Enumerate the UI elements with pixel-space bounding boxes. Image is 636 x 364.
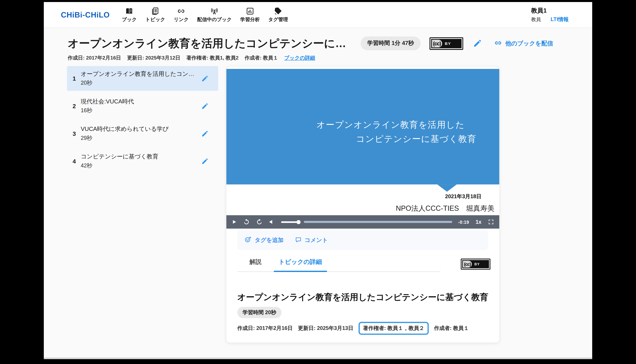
topic-heading: オープンオンライン教育を活用したコンピテンシーに基づく教育 bbox=[237, 290, 488, 303]
volume-slider[interactable] bbox=[281, 221, 300, 223]
cc-icon: (cc) bbox=[432, 40, 442, 47]
add-tag-button[interactable]: タグを追加 bbox=[244, 236, 283, 245]
topic-list: 1 オープンオンライン教育を活用したコン… 20秒 2 現代社会:VUCA時代 … bbox=[67, 66, 218, 176]
topic-list-item-4[interactable]: 4 コンピテンシーに基づく教育 42秒 bbox=[67, 149, 218, 174]
distribute-other-book-link[interactable]: 他のブックを配信 bbox=[494, 39, 553, 48]
topic-number: 4 bbox=[73, 158, 76, 164]
topic-tabbar: 解説 トピックの詳細 bbox=[237, 258, 488, 272]
slide-credit: NPO法人CCC-TIES 堀真寿美 bbox=[396, 204, 494, 213]
book-created: 作成日: 2017年2月16日 bbox=[68, 55, 121, 62]
slide-frame: オープンオンライン教育を活用した コンピテンシーに基づく教育 bbox=[226, 69, 499, 184]
nav-label-published-books: 配信中のブック bbox=[197, 16, 232, 23]
nav-label-analytics: 学習分析 bbox=[240, 16, 260, 23]
broadcast-icon bbox=[210, 7, 219, 15]
stage: CHiBi-CHiLO ブック トピック リンク 配信中のブック 学習分析 bbox=[0, 0, 636, 364]
topic-list-item-2[interactable]: 2 現代社会:VUCA時代 16秒 bbox=[67, 94, 218, 118]
topic-number: 2 bbox=[73, 103, 76, 109]
cc-label: BY bbox=[442, 40, 461, 47]
main-nav: ブック トピック リンク 配信中のブック 学習分析 タグ管理 bbox=[120, 6, 290, 24]
add-tag-label: タグを追加 bbox=[255, 236, 283, 244]
tag-comment-bar: タグを追加 コメント bbox=[237, 230, 488, 250]
topic-title: VUCA時代に求められている学び bbox=[81, 125, 200, 133]
forward-button[interactable] bbox=[256, 218, 263, 225]
topic-updated: 更新日: 2025年3月13日 bbox=[298, 325, 353, 332]
app-logo[interactable]: CHiBi-CHiLO bbox=[61, 10, 110, 19]
slide-title-line2: コンピテンシーに基づく教育 bbox=[356, 133, 477, 144]
slide-callout-tail bbox=[437, 184, 457, 192]
play-button[interactable] bbox=[232, 219, 237, 224]
topic-author: 作成者: 教員１ bbox=[434, 325, 469, 332]
link-icon bbox=[177, 7, 186, 15]
cc-icon: (cc) bbox=[463, 261, 472, 268]
content-area: 1 オープンオンライン教育を活用したコン… 20秒 2 現代社会:VUCA時代 … bbox=[44, 66, 592, 343]
comment-label: コメント bbox=[305, 236, 328, 244]
seek-bar[interactable] bbox=[304, 221, 452, 223]
topic-card: オープンオンライン教育を活用した コンピテンシーに基づく教育 2021年3月18… bbox=[226, 66, 500, 343]
comment-button[interactable]: コメント bbox=[295, 236, 328, 244]
add-reaction-icon bbox=[244, 236, 252, 245]
nav-label-books: ブック bbox=[122, 16, 137, 23]
volume-icon[interactable] bbox=[269, 219, 275, 225]
link-icon bbox=[494, 39, 502, 48]
rewind-button[interactable] bbox=[243, 218, 250, 225]
user-name: 教員1 bbox=[531, 7, 547, 14]
topic-duration: 42秒 bbox=[81, 162, 200, 170]
comment-icon bbox=[295, 236, 302, 244]
slide-title-line1: オープンオンライン教育を活用した bbox=[316, 119, 465, 130]
book-icon bbox=[125, 7, 134, 15]
time-remaining: -0:19 bbox=[458, 220, 469, 224]
nav-item-analytics[interactable]: 学習分析 bbox=[239, 6, 261, 24]
topic-number: 1 bbox=[73, 75, 76, 82]
topic-meta: 作成日: 2017年2月16日 更新日: 2025年3月13日 著作権者: 教員… bbox=[237, 322, 488, 335]
volume-handle[interactable] bbox=[296, 220, 301, 224]
edit-topic-button[interactable] bbox=[201, 102, 209, 110]
tab-topic-details[interactable]: トピックの詳細 bbox=[274, 258, 327, 272]
user-block: 教員1 教員 LTI情報 bbox=[531, 7, 569, 23]
nav-label-topics: トピック bbox=[145, 16, 165, 23]
fullscreen-button[interactable] bbox=[488, 219, 494, 225]
video-controls: -0:19 1x bbox=[226, 215, 499, 229]
nav-item-topics[interactable]: トピック bbox=[144, 6, 167, 24]
book-author: 作成者: 教員１ bbox=[245, 55, 278, 62]
playback-speed-button[interactable]: 1x bbox=[475, 219, 481, 225]
tag-icon bbox=[274, 7, 282, 15]
topic-list-item-1[interactable]: 1 オープンオンライン教育を活用したコン… 20秒 bbox=[67, 66, 218, 91]
topic-title: 現代社会:VUCA時代 bbox=[81, 98, 200, 105]
book-meta: 作成日: 2017年2月16日 更新日: 2025年3月12日 著作権者: 教員… bbox=[68, 55, 592, 62]
topic-number: 3 bbox=[73, 130, 76, 137]
topic-detail-panel: オープンオンライン教育を活用したコンピテンシーに基づく教育 学習時間 20秒 作… bbox=[226, 290, 499, 335]
slide-date: 2021年3月18日 bbox=[445, 193, 481, 200]
nav-label-tag-management: タグ管理 bbox=[268, 16, 288, 23]
topic-title: オープンオンライン教育を活用したコン… bbox=[81, 70, 200, 78]
learning-time-badge: 学習時間 1分 47秒 bbox=[361, 36, 420, 50]
topic-list-item-3[interactable]: 3 VUCA時代に求められている学び 29秒 bbox=[67, 121, 218, 146]
edit-book-button[interactable] bbox=[473, 39, 482, 48]
cc-by-badge-topic: (cc) BY bbox=[461, 258, 490, 270]
lti-info-link[interactable]: LTI情報 bbox=[550, 16, 569, 23]
cc-by-badge: (cc) BY bbox=[429, 37, 463, 50]
distribute-label: 他のブックを配信 bbox=[505, 40, 553, 47]
topic-created: 作成日: 2017年2月16日 bbox=[237, 325, 293, 332]
nav-item-tag-management[interactable]: タグ管理 bbox=[267, 6, 290, 24]
edit-topic-button[interactable] bbox=[201, 158, 209, 165]
topic-title: コンピテンシーに基づく教育 bbox=[81, 153, 200, 160]
book-details-link[interactable]: ブックの詳細 bbox=[284, 55, 315, 62]
nav-item-links[interactable]: リンク bbox=[172, 6, 190, 24]
user-role: 教員 bbox=[531, 16, 541, 23]
tab-explanation[interactable]: 解説 bbox=[249, 258, 262, 271]
edit-topic-button[interactable] bbox=[201, 75, 209, 82]
video-player[interactable]: オープンオンライン教育を活用した コンピテンシーに基づく教育 2021年3月18… bbox=[226, 66, 499, 228]
nav-item-books[interactable]: ブック bbox=[120, 6, 139, 24]
edit-topic-button[interactable] bbox=[201, 130, 209, 137]
book-header: オープンオンライン教育を活用したコンピテンシーに… 学習時間 1分 47秒 (c… bbox=[68, 36, 592, 51]
topic-duration: 20秒 bbox=[81, 80, 200, 87]
analytics-icon bbox=[246, 7, 254, 15]
topic-icon bbox=[151, 7, 160, 15]
page-title: オープンオンライン教育を活用したコンピテンシーに… bbox=[68, 36, 346, 51]
topic-duration: 29秒 bbox=[81, 134, 200, 142]
nav-item-published-books[interactable]: 配信中のブック bbox=[196, 6, 233, 24]
cc-label: BY bbox=[472, 261, 488, 268]
topic-duration: 16秒 bbox=[81, 107, 200, 114]
topic-learning-time-badge: 学習時間 20秒 bbox=[237, 307, 282, 318]
book-copyright: 著作権者: 教員1, 教員2 bbox=[187, 55, 239, 62]
